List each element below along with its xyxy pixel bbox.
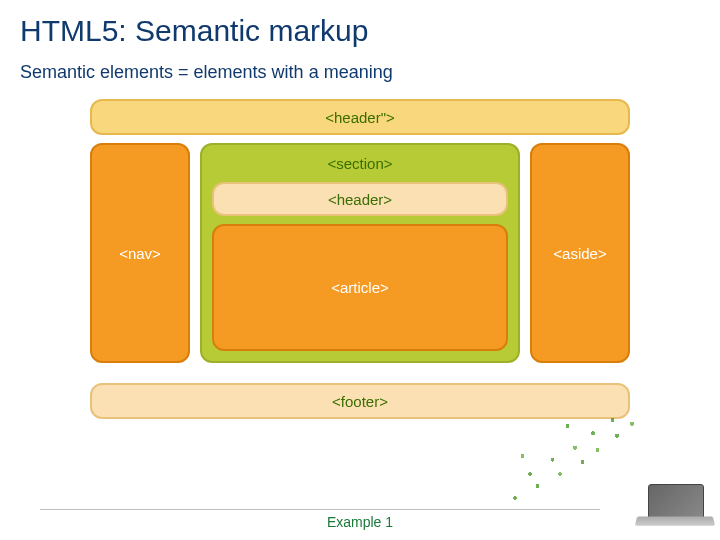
diagram-nav-box: <nav> xyxy=(90,143,190,363)
slide-subtitle: Semantic elements = elements with a mean… xyxy=(0,52,720,99)
slide-footer-decoration: Example 1 xyxy=(0,460,720,540)
semantic-diagram: <header"> <nav> <section> <header> <arti… xyxy=(90,99,630,419)
diagram-aside-box: <aside> xyxy=(530,143,630,363)
divider xyxy=(40,509,600,510)
diagram-section-label: <section> xyxy=(212,153,508,174)
diagram-inner-header-box: <header> xyxy=(212,182,508,216)
diagram-article-box: <article> xyxy=(212,224,508,351)
diagram-header-box: <header"> xyxy=(90,99,630,135)
slide-title: HTML5: Semantic markup xyxy=(0,0,720,52)
diagram-section-box: <section> <header> <article> xyxy=(200,143,520,363)
laptop-icon xyxy=(634,484,714,534)
example-label: Example 1 xyxy=(327,514,393,530)
